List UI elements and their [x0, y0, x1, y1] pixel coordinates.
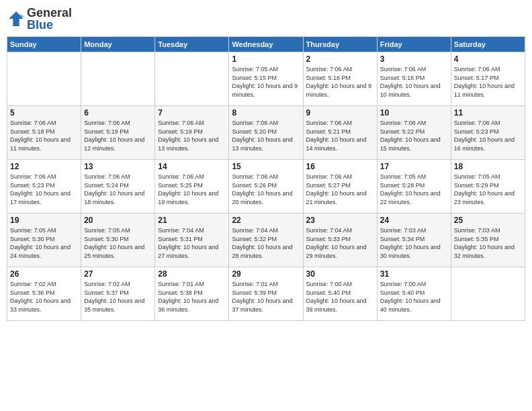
- day-info: Sunrise: 7:03 AMSunset: 5:35 PMDaylight:…: [454, 226, 522, 260]
- day-number: 16: [306, 162, 374, 171]
- day-cell: 17 Sunrise: 7:05 AMSunset: 5:28 PMDaylig…: [377, 160, 451, 214]
- day-info: Sunrise: 7:03 AMSunset: 5:34 PMDaylight:…: [380, 226, 448, 260]
- day-cell: 3 Sunrise: 7:06 AMSunset: 5:16 PMDayligh…: [377, 52, 451, 106]
- day-cell: 14 Sunrise: 7:06 AMSunset: 5:25 PMDaylig…: [155, 160, 229, 214]
- day-info: Sunrise: 7:06 AMSunset: 5:18 PMDaylight:…: [10, 119, 78, 152]
- day-cell: 16 Sunrise: 7:06 AMSunset: 5:27 PMDaylig…: [303, 160, 377, 214]
- day-number: 17: [380, 162, 448, 171]
- day-cell: 26 Sunrise: 7:02 AMSunset: 5:36 PMDaylig…: [7, 267, 81, 321]
- day-cell: 11 Sunrise: 7:06 AMSunset: 5:23 PMDaylig…: [451, 106, 525, 160]
- day-cell: 22 Sunrise: 7:04 AMSunset: 5:32 PMDaylig…: [229, 214, 303, 267]
- day-cell: 1 Sunrise: 7:05 AMSunset: 5:15 PMDayligh…: [229, 52, 303, 106]
- weekday-header-saturday: Saturday: [451, 37, 525, 52]
- week-row-3: 12 Sunrise: 7:06 AMSunset: 5:23 PMDaylig…: [7, 160, 525, 214]
- page: General Blue SundayMondayTuesdayWednesda…: [0, 0, 532, 411]
- day-number: 7: [158, 108, 226, 118]
- day-info: Sunrise: 7:02 AMSunset: 5:37 PMDaylight:…: [84, 280, 152, 314]
- day-info: Sunrise: 7:06 AMSunset: 5:19 PMDaylight:…: [158, 119, 226, 152]
- day-info: Sunrise: 7:06 AMSunset: 5:23 PMDaylight:…: [10, 173, 78, 206]
- day-number: 6: [84, 108, 152, 118]
- day-number: 4: [454, 54, 522, 64]
- logo-text: General Blue: [27, 7, 72, 31]
- day-number: 18: [454, 162, 522, 171]
- header: General Blue: [7, 7, 525, 31]
- day-number: 8: [232, 108, 300, 118]
- day-number: 21: [158, 216, 226, 225]
- day-cell: 12 Sunrise: 7:06 AMSunset: 5:23 PMDaylig…: [7, 160, 81, 214]
- day-cell: [81, 52, 155, 106]
- day-number: 20: [84, 216, 152, 225]
- day-info: Sunrise: 7:06 AMSunset: 5:16 PMDaylight:…: [306, 65, 374, 99]
- week-row-2: 5 Sunrise: 7:06 AMSunset: 5:18 PMDayligh…: [7, 106, 525, 160]
- day-info: Sunrise: 7:06 AMSunset: 5:25 PMDaylight:…: [158, 173, 226, 206]
- day-info: Sunrise: 7:02 AMSunset: 5:36 PMDaylight:…: [10, 280, 78, 314]
- day-info: Sunrise: 7:01 AMSunset: 5:38 PMDaylight:…: [158, 280, 226, 314]
- day-info: Sunrise: 7:06 AMSunset: 5:23 PMDaylight:…: [454, 119, 522, 152]
- day-cell: 25 Sunrise: 7:03 AMSunset: 5:35 PMDaylig…: [451, 214, 525, 267]
- day-cell: [7, 52, 81, 106]
- week-row-1: 1 Sunrise: 7:05 AMSunset: 5:15 PMDayligh…: [7, 52, 525, 106]
- day-number: 22: [232, 216, 300, 225]
- calendar-table: SundayMondayTuesdayWednesdayThursdayFrid…: [7, 36, 525, 321]
- day-info: Sunrise: 7:06 AMSunset: 5:19 PMDaylight:…: [84, 119, 152, 152]
- day-cell: 24 Sunrise: 7:03 AMSunset: 5:34 PMDaylig…: [377, 214, 451, 267]
- day-cell: 10 Sunrise: 7:06 AMSunset: 5:22 PMDaylig…: [377, 106, 451, 160]
- day-cell: 13 Sunrise: 7:06 AMSunset: 5:24 PMDaylig…: [81, 160, 155, 214]
- day-number: 26: [10, 269, 78, 279]
- weekday-header-tuesday: Tuesday: [155, 37, 229, 52]
- day-cell: 29 Sunrise: 7:01 AMSunset: 5:39 PMDaylig…: [229, 267, 303, 321]
- week-row-5: 26 Sunrise: 7:02 AMSunset: 5:36 PMDaylig…: [7, 267, 525, 321]
- day-number: 28: [158, 269, 226, 279]
- day-info: Sunrise: 7:06 AMSunset: 5:27 PMDaylight:…: [306, 173, 374, 206]
- day-cell: [451, 267, 525, 321]
- day-number: 25: [454, 216, 522, 225]
- day-number: 3: [380, 54, 448, 64]
- day-number: 14: [158, 162, 226, 171]
- day-number: 30: [306, 269, 374, 279]
- day-cell: 7 Sunrise: 7:06 AMSunset: 5:19 PMDayligh…: [155, 106, 229, 160]
- day-number: 1: [232, 54, 300, 64]
- day-cell: 31 Sunrise: 7:00 AMSunset: 5:40 PMDaylig…: [377, 267, 451, 321]
- day-info: Sunrise: 7:06 AMSunset: 5:21 PMDaylight:…: [306, 119, 374, 152]
- day-number: 10: [380, 108, 448, 118]
- day-info: Sunrise: 7:04 AMSunset: 5:31 PMDaylight:…: [158, 226, 226, 260]
- day-cell: 23 Sunrise: 7:04 AMSunset: 5:33 PMDaylig…: [303, 214, 377, 267]
- logo-icon: [7, 9, 26, 28]
- day-cell: 15 Sunrise: 7:06 AMSunset: 5:26 PMDaylig…: [229, 160, 303, 214]
- day-number: 2: [306, 54, 374, 64]
- day-info: Sunrise: 7:05 AMSunset: 5:30 PMDaylight:…: [10, 226, 78, 260]
- day-info: Sunrise: 7:06 AMSunset: 5:26 PMDaylight:…: [232, 173, 300, 206]
- weekday-header-thursday: Thursday: [303, 37, 377, 52]
- day-number: 27: [84, 269, 152, 279]
- weekday-header-friday: Friday: [377, 37, 451, 52]
- day-cell: [155, 52, 229, 106]
- day-number: 11: [454, 108, 522, 118]
- day-number: 31: [380, 269, 448, 279]
- day-info: Sunrise: 7:06 AMSunset: 5:20 PMDaylight:…: [232, 119, 300, 152]
- logo-general: General: [27, 6, 72, 19]
- day-info: Sunrise: 7:06 AMSunset: 5:24 PMDaylight:…: [84, 173, 152, 206]
- day-number: 15: [232, 162, 300, 171]
- day-cell: 8 Sunrise: 7:06 AMSunset: 5:20 PMDayligh…: [229, 106, 303, 160]
- weekday-header-sunday: Sunday: [7, 37, 81, 52]
- day-number: 12: [10, 162, 78, 171]
- day-info: Sunrise: 7:06 AMSunset: 5:17 PMDaylight:…: [454, 65, 522, 99]
- logo-blue: Blue: [27, 18, 53, 32]
- day-cell: 18 Sunrise: 7:05 AMSunset: 5:29 PMDaylig…: [451, 160, 525, 214]
- day-info: Sunrise: 7:00 AMSunset: 5:40 PMDaylight:…: [306, 280, 374, 314]
- day-number: 23: [306, 216, 374, 225]
- weekday-header-row: SundayMondayTuesdayWednesdayThursdayFrid…: [7, 37, 525, 52]
- day-cell: 4 Sunrise: 7:06 AMSunset: 5:17 PMDayligh…: [451, 52, 525, 106]
- day-info: Sunrise: 7:06 AMSunset: 5:16 PMDaylight:…: [380, 65, 448, 99]
- day-info: Sunrise: 7:05 AMSunset: 5:15 PMDaylight:…: [232, 65, 300, 99]
- day-number: 24: [380, 216, 448, 225]
- day-cell: 20 Sunrise: 7:05 AMSunset: 5:30 PMDaylig…: [81, 214, 155, 267]
- week-row-4: 19 Sunrise: 7:05 AMSunset: 5:30 PMDaylig…: [7, 214, 525, 267]
- day-cell: 19 Sunrise: 7:05 AMSunset: 5:30 PMDaylig…: [7, 214, 81, 267]
- day-cell: 9 Sunrise: 7:06 AMSunset: 5:21 PMDayligh…: [303, 106, 377, 160]
- day-number: 29: [232, 269, 300, 279]
- day-cell: 30 Sunrise: 7:00 AMSunset: 5:40 PMDaylig…: [303, 267, 377, 321]
- day-info: Sunrise: 7:00 AMSunset: 5:40 PMDaylight:…: [380, 280, 448, 314]
- day-number: 9: [306, 108, 374, 118]
- day-info: Sunrise: 7:05 AMSunset: 5:28 PMDaylight:…: [380, 173, 448, 206]
